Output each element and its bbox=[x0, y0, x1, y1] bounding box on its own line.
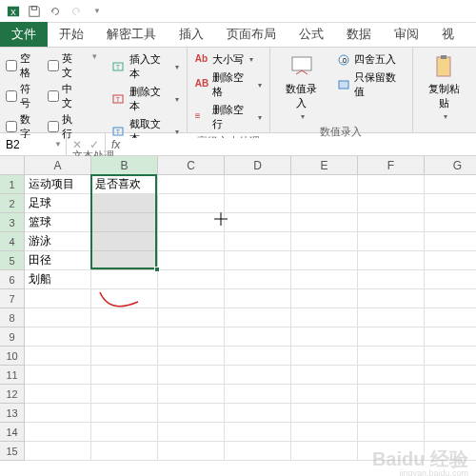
cell-F6[interactable] bbox=[358, 270, 425, 289]
row-header-7[interactable]: 7 bbox=[0, 289, 25, 308]
row-header-10[interactable]: 10 bbox=[0, 347, 25, 366]
tab-解密工具[interactable]: 解密工具 bbox=[95, 22, 168, 47]
cmd-四舍五入[interactable]: .0四舍五入 bbox=[335, 51, 406, 68]
cell-A5[interactable]: 田径 bbox=[25, 251, 91, 270]
cell-C12[interactable] bbox=[158, 385, 225, 404]
cell-B2[interactable] bbox=[91, 194, 158, 213]
cell-D12[interactable] bbox=[225, 385, 291, 404]
cmd-大小写[interactable]: Ab大小写▾ bbox=[193, 51, 264, 68]
cell-C7[interactable] bbox=[158, 289, 225, 308]
select-all-corner[interactable] bbox=[0, 156, 25, 175]
cell-A6[interactable]: 划船 bbox=[25, 270, 91, 289]
cell-C8[interactable] bbox=[158, 308, 225, 327]
cell-G3[interactable] bbox=[425, 213, 476, 232]
cell-C1[interactable] bbox=[158, 175, 225, 194]
cmd-删除文本[interactable]: T删除文本▾ bbox=[110, 84, 180, 114]
cell-B3[interactable] bbox=[91, 213, 158, 232]
cell-D2[interactable] bbox=[225, 194, 291, 213]
cell-B1[interactable]: 是否喜欢 bbox=[91, 175, 158, 194]
cell-B6[interactable] bbox=[91, 270, 158, 289]
tab-公式[interactable]: 公式 bbox=[288, 22, 335, 47]
checkbox-符号[interactable]: 符号 bbox=[6, 82, 40, 110]
cell-B7[interactable] bbox=[91, 289, 158, 308]
cell-A15[interactable] bbox=[25, 442, 91, 461]
row-header-12[interactable]: 12 bbox=[0, 385, 25, 404]
qat-excel-icon[interactable]: X bbox=[4, 2, 23, 21]
tab-数据[interactable]: 数据 bbox=[335, 22, 383, 47]
cell-G2[interactable] bbox=[425, 194, 476, 213]
row-header-4[interactable]: 4 bbox=[0, 232, 25, 251]
name-box-input[interactable] bbox=[6, 138, 60, 151]
cell-E15[interactable] bbox=[291, 442, 358, 461]
cell-A14[interactable] bbox=[25, 423, 91, 442]
cell-D7[interactable] bbox=[225, 289, 291, 308]
cell-F13[interactable] bbox=[358, 404, 425, 423]
cell-D8[interactable] bbox=[225, 308, 291, 327]
row-header-5[interactable]: 5 bbox=[0, 251, 25, 270]
row-header-15[interactable]: 15 bbox=[0, 442, 25, 461]
cmd-只保留数值[interactable]: 只保留数值 bbox=[335, 69, 406, 100]
cell-A4[interactable]: 游泳 bbox=[25, 232, 91, 251]
cell-E9[interactable] bbox=[291, 327, 358, 347]
cell-D15[interactable] bbox=[225, 442, 291, 461]
qat-customize-icon[interactable]: ▼ bbox=[88, 2, 107, 21]
tab-开始[interactable]: 开始 bbox=[48, 22, 95, 47]
cell-G9[interactable] bbox=[425, 327, 476, 347]
cell-E6[interactable] bbox=[291, 270, 358, 289]
checkbox-空格[interactable]: 空格 bbox=[6, 51, 40, 80]
tab-文件[interactable]: 文件 bbox=[0, 22, 48, 47]
col-header-B[interactable]: B bbox=[91, 156, 158, 175]
cell-F15[interactable] bbox=[358, 442, 425, 461]
cell-A13[interactable] bbox=[25, 404, 91, 423]
cell-C14[interactable] bbox=[158, 423, 225, 442]
row-header-1[interactable]: 1 bbox=[0, 175, 25, 194]
cell-F12[interactable] bbox=[358, 385, 425, 404]
cell-E3[interactable] bbox=[291, 213, 358, 232]
cell-B15[interactable] bbox=[91, 442, 158, 461]
cell-E8[interactable] bbox=[291, 308, 358, 327]
cmd-删除空格[interactable]: AB删除空格▾ bbox=[193, 69, 264, 100]
col-header-F[interactable]: F bbox=[358, 156, 425, 175]
cell-E13[interactable] bbox=[291, 404, 358, 423]
row-header-9[interactable]: 9 bbox=[0, 327, 25, 347]
cell-E12[interactable] bbox=[291, 385, 358, 404]
cmd-删除空行[interactable]: ≡删除空行▾ bbox=[193, 102, 264, 132]
cell-A8[interactable] bbox=[25, 308, 91, 327]
cell-F2[interactable] bbox=[358, 194, 425, 213]
cell-E10[interactable] bbox=[291, 347, 358, 366]
cell-C9[interactable] bbox=[158, 327, 225, 347]
cell-B11[interactable] bbox=[91, 366, 158, 385]
chevron-down-icon[interactable]: ▼ bbox=[54, 140, 62, 149]
cell-C11[interactable] bbox=[158, 366, 225, 385]
cell-F10[interactable] bbox=[358, 347, 425, 366]
cell-G4[interactable] bbox=[425, 232, 476, 251]
tab-审阅[interactable]: 审阅 bbox=[383, 22, 430, 47]
cell-G8[interactable] bbox=[425, 308, 476, 327]
tab-插入[interactable]: 插入 bbox=[168, 22, 215, 47]
cell-F11[interactable] bbox=[358, 366, 425, 385]
col-header-A[interactable]: A bbox=[25, 156, 91, 175]
tab-页面布局[interactable]: 页面布局 bbox=[215, 22, 288, 47]
cmd-插入文本[interactable]: T插入文本▾ bbox=[110, 51, 180, 82]
numeric-entry-button[interactable]: 数值录入 ▾ bbox=[276, 51, 328, 123]
cell-E2[interactable] bbox=[291, 194, 358, 213]
qat-redo-icon[interactable] bbox=[67, 2, 86, 21]
cell-F8[interactable] bbox=[358, 308, 425, 327]
qat-undo-icon[interactable] bbox=[46, 2, 65, 21]
cell-D13[interactable] bbox=[225, 404, 291, 423]
row-header-3[interactable]: 3 bbox=[0, 213, 25, 232]
cell-C3[interactable] bbox=[158, 213, 225, 232]
col-header-D[interactable]: D bbox=[225, 156, 291, 175]
tab-视[interactable]: 视 bbox=[430, 22, 466, 47]
cell-C13[interactable] bbox=[158, 404, 225, 423]
col-header-E[interactable]: E bbox=[291, 156, 358, 175]
cell-D5[interactable] bbox=[225, 251, 291, 270]
row-header-14[interactable]: 14 bbox=[0, 423, 25, 442]
cell-C10[interactable] bbox=[158, 347, 225, 366]
row-header-11[interactable]: 11 bbox=[0, 366, 25, 385]
cell-C4[interactable] bbox=[158, 232, 225, 251]
cell-A9[interactable] bbox=[25, 327, 91, 347]
cell-A12[interactable] bbox=[25, 385, 91, 404]
cell-F14[interactable] bbox=[358, 423, 425, 442]
spreadsheet-grid[interactable]: ABCDEFG 123456789101112131415 运动项目是否喜欢足球… bbox=[0, 156, 476, 476]
